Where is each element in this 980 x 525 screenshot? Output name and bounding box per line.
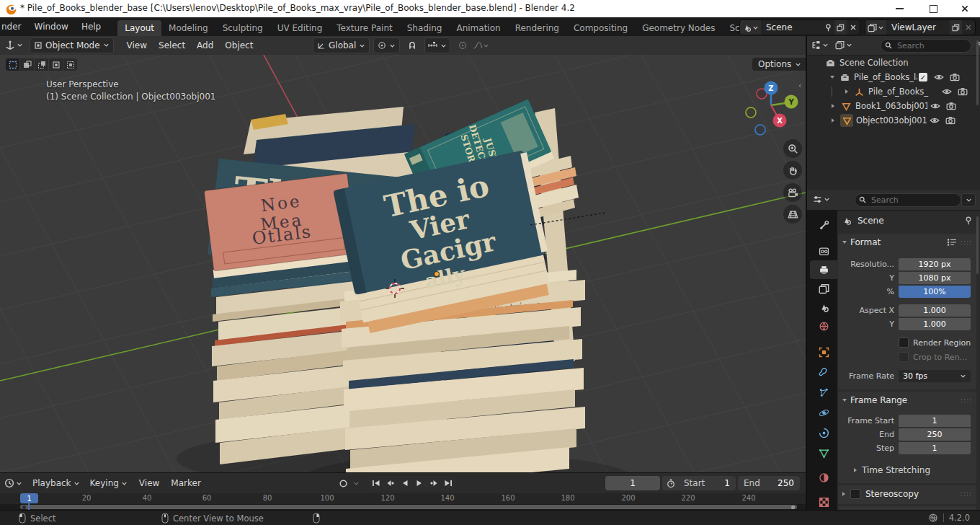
select-mode-extend-button[interactable] xyxy=(20,58,34,71)
properties-editor-type-button[interactable] xyxy=(813,195,830,204)
chevron-down-icon[interactable] xyxy=(353,480,360,487)
tab-geometry-nodes[interactable]: Geometry Nodes xyxy=(635,20,722,36)
pin-icon[interactable] xyxy=(964,216,973,225)
prev-keyframe-button[interactable] xyxy=(383,476,398,490)
expand-icon[interactable] xyxy=(832,104,834,108)
select-mode-intersect-button[interactable] xyxy=(63,58,77,71)
minimize-button[interactable] xyxy=(883,0,916,17)
menu-keying[interactable]: Keying xyxy=(90,478,128,488)
timeline-editor-type-button[interactable] xyxy=(4,478,22,488)
eye-icon[interactable] xyxy=(930,102,940,110)
tab-tool[interactable] xyxy=(810,216,837,234)
select-mode-subtract-button[interactable] xyxy=(35,58,48,71)
collapse-sidebar-icon[interactable]: ‹ xyxy=(798,81,801,90)
expand-icon[interactable] xyxy=(832,118,834,123)
time-stretching-subpanel[interactable]: Time Stretching xyxy=(854,464,930,477)
tab-object-data[interactable] xyxy=(810,444,837,462)
playhead[interactable]: 1 xyxy=(20,493,38,503)
eye-icon[interactable] xyxy=(930,116,940,125)
tab-render[interactable] xyxy=(810,242,837,260)
stereoscopy-panel[interactable]: Stereoscopy :::: xyxy=(838,485,976,504)
tab-texture-paint[interactable]: Texture Paint xyxy=(329,20,399,36)
browse-scene-button[interactable] xyxy=(740,20,761,35)
tab-uv-editing[interactable]: UV Editing xyxy=(270,20,330,36)
viewport-canvas[interactable]: The io xyxy=(0,55,806,472)
menu-playback[interactable]: Playback xyxy=(32,478,80,488)
eye-icon[interactable] xyxy=(934,73,944,81)
tab-output[interactable] xyxy=(810,260,837,279)
tab-modifiers[interactable] xyxy=(810,363,837,381)
new-scene-button[interactable] xyxy=(834,20,847,35)
menu-select[interactable]: Select xyxy=(153,40,191,50)
panel-collapse-icon[interactable] xyxy=(842,241,847,244)
tab-animation[interactable]: Animation xyxy=(449,20,507,36)
tab-object[interactable] xyxy=(810,343,837,361)
stereoscopy-checkbox[interactable] xyxy=(850,489,860,499)
aspect-y-field[interactable]: 1.000 xyxy=(899,318,971,330)
expand-icon[interactable] xyxy=(845,89,848,94)
camera-icon[interactable] xyxy=(950,73,960,81)
axis-z-neg-handle[interactable] xyxy=(755,125,765,135)
play-button[interactable] xyxy=(412,476,427,490)
tab-shading[interactable]: Shading xyxy=(400,20,450,36)
tab-sculpting[interactable]: Sculpting xyxy=(215,20,270,36)
current-frame-field[interactable]: 1 xyxy=(605,476,660,490)
editor-type-button[interactable] xyxy=(0,40,26,50)
resolution-y-field[interactable]: 1080 px xyxy=(899,272,971,284)
frame-step-field[interactable]: 1 xyxy=(899,442,971,454)
maximize-button[interactable] xyxy=(917,0,950,17)
end-frame-field[interactable]: End250 xyxy=(738,476,800,490)
menu-marker[interactable]: Marker xyxy=(171,478,200,488)
tab-compositing[interactable]: Compositing xyxy=(566,20,635,36)
outliner-row-book1[interactable]: Book1_063obj001 xyxy=(807,99,980,113)
outliner-row-collection[interactable]: Pile_of_Books_laye ✓ xyxy=(807,70,980,84)
tab-modeling[interactable]: Modeling xyxy=(161,20,215,36)
outliner-row-empty[interactable]: Pile_of_Books_ xyxy=(807,84,980,99)
frame-rate-dropdown[interactable]: 30 fps xyxy=(899,370,971,382)
new-view-layer-button[interactable] xyxy=(950,20,962,35)
tab-physics[interactable] xyxy=(810,403,837,422)
properties-scrollbar[interactable] xyxy=(976,216,979,274)
panel-grip-icon[interactable]: :::: xyxy=(961,239,972,246)
menu-help[interactable]: Help xyxy=(75,17,107,36)
pivot-point-dropdown[interactable] xyxy=(373,38,400,53)
outliner-search-input[interactable] xyxy=(881,39,971,53)
presets-list-icon[interactable] xyxy=(947,238,957,247)
scrollbar-zoom-handle-left[interactable] xyxy=(22,506,26,509)
resolution-percent-slider[interactable]: 100% xyxy=(899,286,971,298)
tab-layout[interactable]: Layout xyxy=(117,20,161,36)
orthographic-toggle-button[interactable] xyxy=(783,205,802,224)
tab-world[interactable] xyxy=(810,317,837,335)
render-region-checkbox[interactable] xyxy=(899,338,909,348)
tab-particles[interactable] xyxy=(810,383,837,402)
outliner-scrollbar[interactable] xyxy=(976,40,979,105)
axis-gizmo[interactable]: Z Y X xyxy=(739,74,806,141)
play-reverse-button[interactable] xyxy=(398,476,412,490)
axis-y-neg-handle[interactable] xyxy=(746,107,756,118)
jump-to-start-button[interactable] xyxy=(369,476,383,490)
remove-view-layer-icon[interactable] xyxy=(965,24,972,31)
browse-view-layer-button[interactable] xyxy=(865,20,886,35)
tab-texture[interactable] xyxy=(810,493,837,511)
camera-icon[interactable] xyxy=(958,87,968,96)
auto-keying-toggle[interactable] xyxy=(334,476,352,490)
collection-checkbox[interactable]: ✓ xyxy=(919,73,927,81)
zoom-button[interactable] xyxy=(783,139,802,158)
camera-icon[interactable] xyxy=(945,116,956,125)
unlink-scene-icon[interactable] xyxy=(850,24,857,31)
outliner-filter-button[interactable] xyxy=(835,40,852,50)
menu-view[interactable]: View xyxy=(121,40,153,50)
proportional-falloff-dropdown[interactable] xyxy=(473,41,489,50)
tab-view-layer[interactable] xyxy=(810,279,837,298)
options-button[interactable]: Options xyxy=(752,58,807,71)
properties-options-button[interactable] xyxy=(961,193,976,207)
panel-expand-icon[interactable] xyxy=(842,492,845,496)
panel-collapse-icon[interactable] xyxy=(842,399,847,402)
snap-target-dropdown[interactable] xyxy=(424,38,450,53)
editor-divider[interactable] xyxy=(806,36,807,510)
menu-object[interactable]: Object xyxy=(219,40,259,50)
menu-window[interactable]: Window xyxy=(28,17,75,36)
eye-icon[interactable] xyxy=(942,87,952,96)
pan-button[interactable] xyxy=(783,161,802,180)
frame-end-field[interactable]: 250 xyxy=(899,428,971,441)
